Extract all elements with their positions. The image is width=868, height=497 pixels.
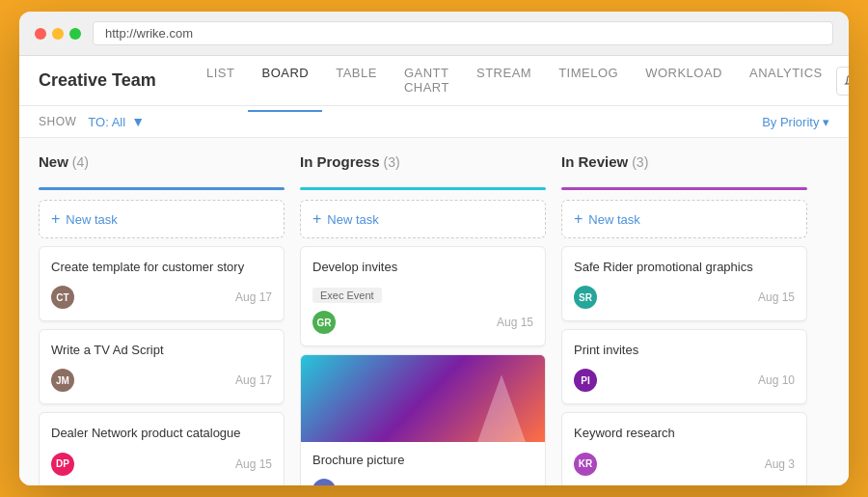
column-progress: In Progress (3) + New task Develop invit… — [300, 153, 546, 470]
url-bar[interactable]: http://wrike.com — [93, 21, 833, 45]
task-card: Create template for customer story CT Au… — [39, 246, 285, 321]
task-title: Dealer Network product catalogue — [51, 425, 272, 442]
column-review-title: In Review — [561, 153, 628, 170]
new-task-label: New task — [327, 212, 378, 227]
header-actions: ⋮ — [836, 67, 849, 96]
avatar: JM — [51, 369, 74, 392]
avatar: DP — [51, 453, 74, 476]
task-date: Aug 10 — [758, 373, 795, 387]
column-review-count: (3) — [632, 154, 648, 170]
task-footer: GR Aug 15 — [312, 311, 533, 334]
close-dot[interactable] — [35, 28, 46, 40]
avatar: MN — [312, 479, 336, 485]
board-area: New (4) + New task Create template for c… — [19, 138, 849, 485]
plus-icon: + — [51, 210, 60, 228]
task-card-image: Brochure picture MN Aug 17 — [300, 354, 546, 485]
filter-icon[interactable]: ▼ — [131, 114, 145, 129]
task-date: Aug 15 — [497, 316, 533, 329]
task-footer: KR Aug 3 — [574, 453, 795, 476]
task-card: Write a TV Ad Script JM Aug 17 — [39, 329, 285, 404]
task-title: Keyword research — [574, 425, 795, 442]
task-title: Safe Rider promotional graphics — [574, 259, 795, 276]
task-date: Aug 17 — [235, 373, 272, 387]
show-label: SHOW — [39, 115, 76, 128]
task-card: Safe Rider promotional graphics SR Aug 1… — [561, 246, 807, 321]
tab-analytics[interactable]: ANALYTICS — [736, 50, 836, 112]
new-task-label: New task — [66, 212, 117, 227]
column-review: In Review (3) + New task Safe Rider prom… — [561, 153, 807, 470]
image-card-body: Brochure picture MN Aug 17 — [301, 442, 545, 485]
task-footer: CT Aug 17 — [51, 286, 272, 309]
task-title: Write a TV Ad Script — [51, 342, 272, 359]
column-new-count: (4) — [72, 154, 89, 170]
plus-icon: + — [312, 210, 321, 228]
new-task-label: New task — [588, 212, 639, 227]
sort-button[interactable]: By Priority ▾ — [762, 115, 829, 129]
column-progress-tasks: Develop invites Exec Event GR Aug 15 Bro… — [300, 246, 546, 485]
avatar: SR — [574, 286, 597, 309]
avatar: KR — [574, 453, 597, 476]
avatar: GR — [312, 311, 336, 334]
plus-icon: + — [574, 210, 583, 228]
task-card: Dealer Network product catalogue DP Aug … — [39, 412, 285, 485]
column-new-divider — [39, 187, 285, 190]
column-review-tasks: Safe Rider promotional graphics SR Aug 1… — [561, 246, 807, 485]
browser-dots — [35, 28, 81, 40]
tab-timelog[interactable]: TIMELOG — [545, 50, 632, 112]
task-date: Aug 15 — [235, 457, 272, 471]
filter-value[interactable]: TO: All — [88, 115, 125, 129]
new-task-button-review[interactable]: + New task — [561, 200, 807, 238]
task-title: Brochure picture — [312, 452, 533, 469]
task-title: Develop invites — [312, 259, 533, 276]
task-card: Develop invites Exec Event GR Aug 15 — [300, 246, 546, 346]
nav-tabs: LIST BOARD TABLE GANTT CHART STREAM TIME… — [193, 50, 836, 112]
task-image — [301, 355, 545, 442]
tab-table[interactable]: TABLE — [322, 50, 391, 112]
tab-list[interactable]: LIST — [193, 50, 248, 112]
column-new: New (4) + New task Create template for c… — [39, 153, 285, 470]
task-tag: Exec Event — [312, 288, 382, 303]
filter-left: SHOW TO: All ▼ — [39, 114, 145, 129]
column-progress-title: In Progress — [300, 153, 380, 170]
task-title: Print invites — [574, 342, 795, 359]
app-title: Creative Team — [39, 70, 193, 91]
task-footer: SR Aug 15 — [574, 286, 795, 309]
task-date: Aug 17 — [235, 290, 272, 304]
task-footer: DP Aug 15 — [51, 453, 272, 476]
task-date: Aug 15 — [758, 290, 795, 304]
task-title: Create template for customer story — [51, 259, 272, 276]
column-new-header: New (4) — [39, 153, 285, 178]
column-progress-count: (3) — [384, 154, 400, 170]
browser-window: http://wrike.com Creative Team LIST BOAR… — [19, 12, 849, 485]
column-review-header: In Review (3) — [561, 153, 807, 178]
task-card: Print invites PI Aug 10 — [561, 329, 807, 404]
column-new-tasks: Create template for customer story CT Au… — [39, 246, 285, 485]
task-footer: PI Aug 10 — [574, 369, 795, 392]
task-date: Aug 17 — [497, 483, 533, 485]
notifications-button[interactable] — [836, 67, 849, 96]
new-task-button-progress[interactable]: + New task — [300, 200, 546, 238]
tab-board[interactable]: BOARD — [248, 50, 322, 112]
column-progress-divider — [300, 187, 546, 190]
minimize-dot[interactable] — [52, 28, 64, 40]
column-review-divider — [561, 187, 807, 190]
tab-workload[interactable]: WORKLOAD — [632, 50, 736, 112]
avatar: CT — [51, 286, 74, 309]
app-header: Creative Team LIST BOARD TABLE GANTT CHA… — [19, 56, 849, 106]
column-progress-header: In Progress (3) — [300, 153, 546, 178]
task-footer: MN Aug 17 — [312, 479, 533, 485]
column-new-title: New — [39, 153, 68, 170]
task-card: Keyword research KR Aug 3 — [561, 412, 807, 485]
task-footer: JM Aug 17 — [51, 369, 272, 392]
new-task-button-new[interactable]: + New task — [39, 200, 285, 238]
tab-gantt[interactable]: GANTT CHART — [391, 50, 463, 112]
task-date: Aug 3 — [765, 457, 795, 471]
tab-stream[interactable]: STREAM — [463, 50, 545, 112]
maximize-dot[interactable] — [69, 28, 81, 40]
avatar: PI — [574, 369, 597, 392]
